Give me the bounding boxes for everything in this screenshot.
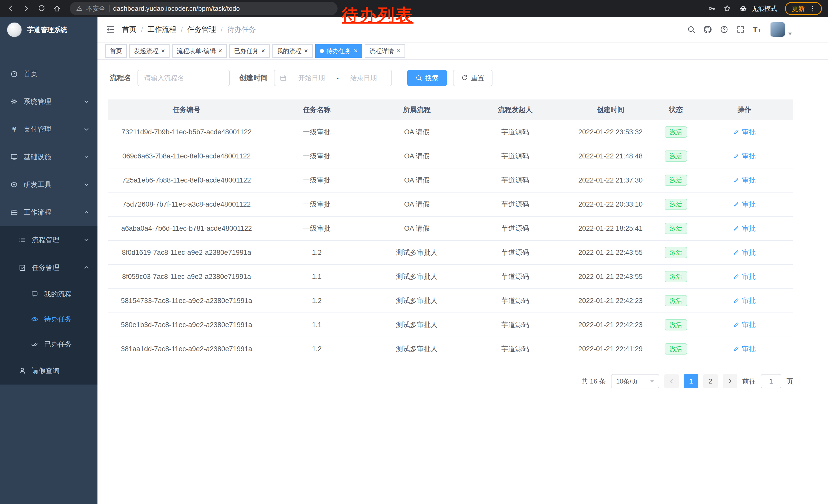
table-row[interactable]: 8f0d1619-7ac8-11ec-a9e2-a2380e71991a 1.2… (108, 240, 793, 265)
close-icon[interactable] (161, 47, 165, 55)
cell-task-id: 580e1b3d-7ac8-11ec-a9e2-a2380e71991a (108, 313, 265, 337)
close-icon[interactable] (354, 47, 358, 55)
chevron-right-icon (727, 378, 733, 384)
back-icon[interactable] (4, 2, 17, 15)
tab-label: 发起流程 (134, 47, 159, 55)
cell-task-name: 1.1 (265, 313, 368, 337)
tab-done-tasks[interactable]: 已办任务 (229, 44, 270, 58)
approve-link[interactable]: 审批 (733, 272, 756, 281)
next-page-button[interactable] (723, 374, 737, 388)
page-size-select[interactable]: 10条/页 (611, 374, 659, 388)
approve-link[interactable]: 审批 (733, 200, 756, 209)
cell-process: 测试多审批人 (368, 313, 465, 337)
avatar[interactable] (770, 22, 785, 37)
sidebar-item-todo-tasks[interactable]: 待办任务 (0, 307, 97, 332)
clipboard-icon (18, 264, 26, 272)
table-row[interactable]: 580e1b3d-7ac8-11ec-a9e2-a2380e71991a 1.1… (108, 313, 793, 337)
approve-link[interactable]: 审批 (733, 176, 756, 185)
approve-label: 审批 (742, 248, 756, 257)
table-row[interactable]: 725a1eb6-7b88-11ec-8ef0-acde48001122 一级审… (108, 168, 793, 192)
approve-link[interactable]: 审批 (733, 151, 756, 161)
sidebar-menu: 首页 系统管理 支付管理 基础设施 研发工具 (0, 60, 97, 384)
header-task-name: 任务名称 (265, 99, 368, 120)
approve-link[interactable]: 审批 (733, 248, 756, 257)
page-button-2[interactable]: 2 (703, 374, 718, 388)
cell-task-id: 58154733-7ac8-11ec-a9e2-a2380e71991a (108, 289, 265, 313)
sidebar-item-infrastructure[interactable]: 基础设施 (0, 143, 97, 171)
sidebar-item-payment[interactable]: 支付管理 (0, 116, 97, 143)
github-icon[interactable] (704, 26, 712, 34)
search-icon[interactable] (687, 26, 695, 34)
edit-icon (733, 249, 739, 256)
reload-icon[interactable] (35, 2, 48, 15)
sidebar-item-devtools[interactable]: 研发工具 (0, 171, 97, 198)
sidebar-item-system[interactable]: 系统管理 (0, 88, 97, 116)
process-name-input[interactable] (137, 70, 230, 86)
prev-page-button[interactable] (664, 374, 679, 388)
sidebar-item-leave-query[interactable]: 请假查询 (0, 357, 97, 384)
table-row[interactable]: 381aa1dd-7ac8-11ec-a9e2-a2380e71991a 1.2… (108, 337, 793, 361)
sidebar-item-process-mgmt[interactable]: 流程管理 (0, 226, 97, 254)
top-navbar: 首页 / 工作流程 / 任务管理 / 待办任务 (97, 17, 828, 43)
menu-fold-icon[interactable] (106, 25, 115, 34)
table-row[interactable]: 58154733-7ac8-11ec-a9e2-a2380e71991a 1.2… (108, 289, 793, 313)
sidebar-item-workflow[interactable]: 工作流程 (0, 198, 97, 226)
search-button[interactable]: 搜索 (407, 70, 447, 86)
table-row[interactable]: a6aba0a4-7b6d-11ec-b781-acde48001122 一级审… (108, 216, 793, 240)
status-badge: 激活 (665, 126, 687, 138)
approve-link[interactable]: 审批 (733, 344, 756, 354)
table-row[interactable]: 73211d9d-7b9b-11ec-b5b7-acde48001122 一级审… (108, 120, 793, 144)
close-icon[interactable] (261, 47, 265, 55)
user-menu[interactable] (770, 22, 792, 37)
key-icon[interactable] (708, 5, 716, 12)
sidebar-item-my-process[interactable]: 我的流程 (0, 281, 97, 307)
create-time-label: 创建时间 (239, 73, 268, 83)
chevron-up-icon (84, 210, 89, 215)
approve-link[interactable]: 审批 (733, 296, 756, 305)
table-row[interactable]: 069c6a63-7b8a-11ec-8ef0-acde48001122 一级审… (108, 144, 793, 168)
sidebar-item-home[interactable]: 首页 (0, 60, 97, 88)
cell-status: 激活 (656, 192, 696, 216)
tab-process-detail[interactable]: 流程详情 (365, 44, 405, 58)
date-range-picker[interactable]: 开始日期 - 结束日期 (274, 70, 392, 86)
tab-start-process[interactable]: 发起流程 (129, 44, 170, 58)
close-icon[interactable] (304, 47, 308, 55)
browser-menu-icon[interactable] (809, 5, 816, 12)
page-button-1[interactable]: 1 (684, 374, 698, 388)
address-bar[interactable]: 不安全 dashboard.yudao.iocoder.cn/bpm/task/… (70, 2, 338, 15)
approve-link[interactable]: 审批 (733, 224, 756, 233)
sidebar: 芋道管理系统 首页 系统管理 支付管理 基础设施 (0, 17, 97, 504)
logo-row: 芋道管理系统 (0, 17, 97, 43)
bookmark-star-icon[interactable] (723, 5, 731, 12)
help-icon[interactable] (720, 26, 728, 34)
sidebar-item-task-mgmt[interactable]: 任务管理 (0, 254, 97, 281)
font-size-icon[interactable] (753, 25, 762, 34)
close-icon[interactable] (397, 47, 401, 55)
home-icon[interactable] (50, 2, 64, 15)
tab-todo-tasks[interactable]: 待办任务 (315, 44, 362, 58)
incognito-label: 无痕模式 (752, 4, 777, 13)
fullscreen-icon[interactable] (736, 26, 745, 34)
goto-page-input[interactable] (761, 374, 781, 388)
tab-home[interactable]: 首页 (105, 44, 127, 58)
cell-status: 激活 (656, 216, 696, 240)
breadcrumb-home[interactable]: 首页 (122, 25, 136, 34)
approve-label: 审批 (742, 151, 756, 161)
table-row[interactable]: 75d72608-7b7f-11ec-a3c8-acde48001122 一级审… (108, 192, 793, 216)
approve-link[interactable]: 审批 (733, 127, 756, 137)
tab-my-process[interactable]: 我的流程 (273, 44, 313, 58)
reset-button[interactable]: 重置 (453, 70, 493, 86)
approve-link[interactable]: 审批 (733, 320, 756, 329)
edit-icon (733, 153, 739, 159)
close-icon[interactable] (218, 47, 222, 55)
update-chip[interactable]: 更新 (785, 2, 822, 15)
process-name-label: 流程名 (110, 73, 131, 83)
breadcrumb-workflow[interactable]: 工作流程 (148, 25, 176, 34)
tab-form-edit[interactable]: 流程表单-编辑 (172, 44, 227, 58)
sidebar-item-done-tasks[interactable]: 已办任务 (0, 332, 97, 357)
status-badge: 激活 (665, 295, 687, 306)
table-row[interactable]: 8f059c03-7ac8-11ec-a9e2-a2380e71991a 1.1… (108, 265, 793, 289)
breadcrumb-task-mgmt[interactable]: 任务管理 (187, 25, 216, 34)
gear-icon (10, 98, 18, 105)
forward-icon[interactable] (19, 2, 33, 15)
